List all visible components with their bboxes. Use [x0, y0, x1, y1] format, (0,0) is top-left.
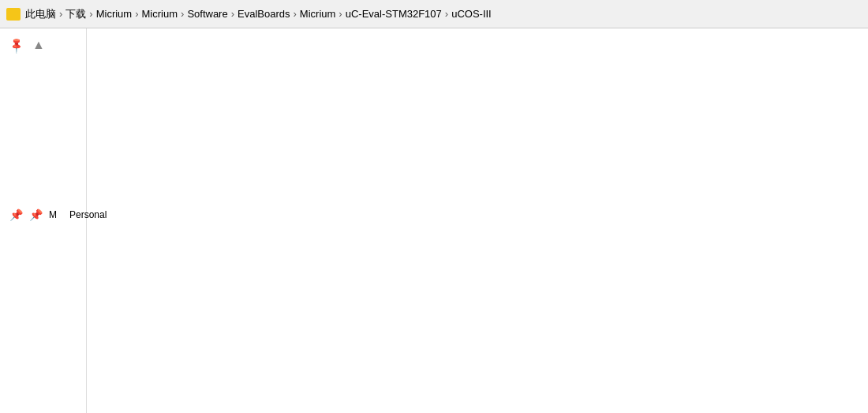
- breadcrumb-sep: ›: [135, 8, 138, 20]
- breadcrumb-sep: ›: [339, 8, 342, 20]
- pin-icon-3[interactable]: 📌 M Personal: [26, 197, 116, 232]
- breadcrumb-item-1[interactable]: 下载: [65, 7, 86, 21]
- sidebar-item-personal[interactable]: Personal: [63, 206, 113, 223]
- breadcrumb-item-4[interactable]: Software: [187, 8, 227, 20]
- sort-up-icon[interactable]: ▲: [29, 36, 48, 54]
- breadcrumb: 此电脑 › 下载 › Micrium › Micrium › Software …: [0, 0, 868, 28]
- breadcrumb-item-0[interactable]: 此电脑: [25, 7, 56, 21]
- breadcrumb-item-7[interactable]: uC-Eval-STM32F107: [346, 8, 442, 20]
- pin-up-icon[interactable]: 📌: [3, 32, 29, 58]
- breadcrumb-item-3[interactable]: Micrium: [142, 8, 178, 20]
- breadcrumb-item-5[interactable]: EvalBoards: [238, 8, 290, 20]
- sidebar-item-m[interactable]: M: [43, 206, 63, 223]
- breadcrumb-sep: ›: [231, 8, 234, 20]
- breadcrumb-sep: ›: [294, 8, 297, 20]
- breadcrumb-item-2[interactable]: Micrium: [96, 8, 133, 20]
- breadcrumb-sep: ›: [89, 8, 92, 20]
- folder-icon: [6, 8, 21, 21]
- breadcrumb-sep: ›: [59, 8, 62, 20]
- breadcrumb-item-6[interactable]: Micrium: [300, 8, 336, 20]
- breadcrumb-sep: ›: [181, 8, 184, 20]
- breadcrumb-sep: ›: [445, 8, 448, 20]
- breadcrumb-item-8[interactable]: uCOS-III: [451, 8, 492, 20]
- pin-icon-2[interactable]: 📌 📌 M Personal 名称 ▲ 修改日期 类型 大小 IAR 2020/…: [6, 57, 83, 373]
- sidebar: 📌 ▲ 📌 📌 M Personal 名称 ▲ 修改日期 类型 大小 IAR 2…: [0, 28, 87, 413]
